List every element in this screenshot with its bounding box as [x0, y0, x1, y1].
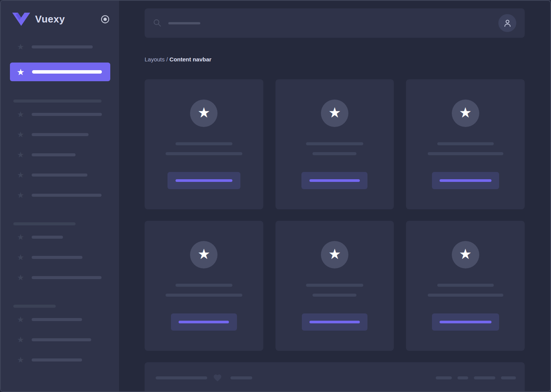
card-title-placeholder [176, 284, 232, 287]
star-icon: ★ [459, 106, 472, 120]
sidebar-item[interactable]: ★ [10, 191, 110, 200]
sidebar-item[interactable]: ★ [10, 335, 110, 344]
sidebar-item-label-placeholder [32, 236, 63, 239]
star-icon: ★ [16, 150, 25, 159]
card-title-placeholder [176, 142, 232, 145]
card-subtitle-placeholder [166, 294, 242, 297]
card-subtitle-placeholder [428, 294, 503, 297]
card-subtitle-placeholder [313, 152, 356, 155]
footer-link-placeholder[interactable] [458, 376, 468, 379]
breadcrumb: Layouts / Content navbar [145, 56, 525, 63]
sidebar-item-active[interactable]: ★ [10, 63, 110, 81]
sidebar-item-label-placeholder [32, 256, 82, 259]
sidebar-item[interactable]: ★ [10, 110, 110, 119]
star-icon: ★ [16, 170, 25, 180]
sidebar-item-label-placeholder [32, 45, 93, 48]
card-button[interactable] [432, 172, 499, 189]
star-icon: ★ [198, 247, 210, 261]
placeholder-card: ★ [406, 221, 525, 351]
sidebar-item-label-placeholder [32, 174, 87, 177]
card-avatar: ★ [190, 100, 218, 127]
sidebar-item-label-placeholder [32, 133, 89, 136]
sidebar-item[interactable]: ★ [10, 233, 110, 242]
nav-section-heading-placeholder [13, 305, 56, 308]
app-window: Vuexy ★★★★★★★★★★★★★ [0, 0, 551, 392]
footer-link-placeholder[interactable] [474, 376, 495, 379]
sidebar-header: Vuexy [1, 1, 119, 37]
card-button[interactable] [171, 313, 237, 331]
sidebar: Vuexy ★★★★★★★★★★★★★ [1, 1, 119, 391]
card-subtitle-placeholder [313, 294, 356, 297]
star-icon: ★ [16, 233, 25, 242]
placeholder-card: ★ [145, 79, 263, 209]
card-button-label-placeholder [440, 179, 491, 182]
star-icon: ★ [16, 335, 25, 344]
app-title: Vuexy [35, 13, 65, 25]
footer-left-group [156, 374, 252, 382]
card-button-label-placeholder [309, 179, 360, 182]
card-avatar: ★ [190, 241, 218, 268]
card-avatar: ★ [452, 100, 479, 127]
star-icon: ★ [16, 253, 25, 262]
sidebar-item[interactable]: ★ [10, 150, 110, 159]
card-button[interactable] [168, 172, 240, 189]
card-grid: ★★★★★★ [145, 79, 525, 351]
heart-icon[interactable] [213, 373, 222, 382]
star-icon: ★ [459, 247, 472, 261]
breadcrumb-separator: / [165, 56, 170, 63]
footer-text-placeholder [156, 376, 207, 379]
sidebar-item[interactable]: ★ [10, 170, 110, 180]
breadcrumb-current: Content navbar [169, 56, 211, 63]
search-icon[interactable] [153, 19, 162, 27]
footer-links-group [430, 374, 516, 382]
sidebar-item[interactable]: ★ [10, 273, 110, 282]
nav-section-heading-placeholder [13, 222, 76, 225]
sidebar-item-label-placeholder [32, 276, 102, 279]
card-subtitle-placeholder [166, 152, 242, 155]
sidebar-item[interactable]: ★ [10, 315, 110, 324]
record-circle-icon[interactable] [100, 14, 110, 24]
main-content: Layouts / Content navbar ★★★★★★ [119, 1, 550, 391]
sidebar-item-label-placeholder [32, 194, 102, 197]
card-button-label-placeholder [176, 179, 232, 182]
card-button[interactable] [432, 313, 499, 331]
card-avatar: ★ [452, 241, 479, 268]
star-icon: ★ [16, 315, 25, 324]
star-icon: ★ [198, 106, 210, 120]
user-avatar[interactable] [498, 14, 516, 32]
top-navbar [145, 8, 525, 38]
card-avatar: ★ [321, 241, 348, 268]
sidebar-item[interactable]: ★ [10, 42, 110, 51]
star-icon: ★ [328, 106, 341, 120]
card-title-placeholder [437, 284, 494, 287]
star-icon: ★ [16, 273, 25, 282]
sidebar-item[interactable]: ★ [10, 355, 110, 365]
card-button-label-placeholder [179, 321, 229, 323]
card-button[interactable] [301, 172, 367, 189]
card-button-label-placeholder [309, 321, 360, 323]
star-icon: ★ [16, 191, 25, 200]
footer-card [145, 362, 525, 391]
star-icon: ★ [16, 130, 25, 139]
placeholder-card: ★ [276, 221, 394, 351]
footer-text-placeholder [230, 376, 252, 379]
sidebar-item-label-placeholder [32, 318, 82, 321]
footer-link-placeholder[interactable] [501, 376, 516, 379]
card-button[interactable] [302, 313, 367, 331]
star-icon: ★ [16, 42, 25, 51]
search-input[interactable] [168, 22, 200, 24]
placeholder-card: ★ [406, 79, 525, 209]
star-icon: ★ [16, 67, 25, 77]
sidebar-item[interactable]: ★ [10, 130, 110, 139]
breadcrumb-section[interactable]: Layouts [145, 56, 165, 63]
sidebar-item[interactable]: ★ [10, 253, 110, 262]
sidebar-item-label-placeholder [32, 70, 102, 74]
vuexy-logo-icon [12, 13, 30, 26]
card-title-placeholder [437, 142, 494, 145]
footer-link-placeholder[interactable] [436, 376, 452, 379]
sidebar-item-label-placeholder [32, 338, 91, 341]
sidebar-item-label-placeholder [32, 153, 76, 156]
star-icon: ★ [16, 355, 25, 365]
star-icon: ★ [16, 110, 25, 119]
sidebar-item-label-placeholder [32, 358, 82, 361]
